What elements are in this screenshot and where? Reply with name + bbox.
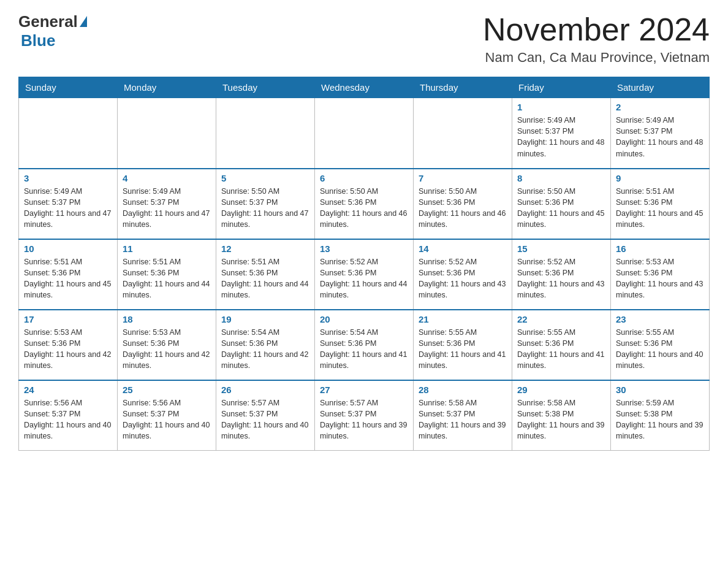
day-info: Sunrise: 5:58 AM Sunset: 5:38 PM Dayligh…	[517, 397, 605, 442]
main-title: November 2024	[483, 12, 710, 47]
day-info: Sunrise: 5:51 AM Sunset: 5:36 PM Dayligh…	[616, 186, 704, 231]
day-info: Sunrise: 5:49 AM Sunset: 5:37 PM Dayligh…	[24, 186, 112, 231]
table-row: 26Sunrise: 5:57 AM Sunset: 5:37 PM Dayli…	[216, 380, 315, 451]
day-number: 27	[320, 385, 408, 395]
table-row: 17Sunrise: 5:53 AM Sunset: 5:36 PM Dayli…	[19, 310, 118, 380]
table-row: 9Sunrise: 5:51 AM Sunset: 5:36 PM Daylig…	[611, 169, 710, 239]
day-info: Sunrise: 5:50 AM Sunset: 5:36 PM Dayligh…	[320, 186, 408, 231]
table-row: 6Sunrise: 5:50 AM Sunset: 5:36 PM Daylig…	[315, 169, 414, 239]
day-info: Sunrise: 5:50 AM Sunset: 5:36 PM Dayligh…	[419, 186, 507, 231]
header: General Blue November 2024 Nam Can, Ca M…	[18, 12, 710, 66]
calendar-week-row: 1Sunrise: 5:49 AM Sunset: 5:37 PM Daylig…	[19, 98, 710, 169]
calendar-week-row: 17Sunrise: 5:53 AM Sunset: 5:36 PM Dayli…	[19, 310, 710, 380]
day-number: 12	[221, 243, 309, 254]
day-number: 11	[123, 243, 211, 254]
table-row: 4Sunrise: 5:49 AM Sunset: 5:37 PM Daylig…	[118, 169, 216, 239]
calendar-week-row: 24Sunrise: 5:56 AM Sunset: 5:37 PM Dayli…	[19, 380, 710, 451]
table-row: 11Sunrise: 5:51 AM Sunset: 5:36 PM Dayli…	[118, 239, 216, 310]
day-info: Sunrise: 5:49 AM Sunset: 5:37 PM Dayligh…	[517, 115, 605, 159]
day-info: Sunrise: 5:59 AM Sunset: 5:38 PM Dayligh…	[616, 397, 704, 442]
table-row: 16Sunrise: 5:53 AM Sunset: 5:36 PM Dayli…	[611, 239, 710, 310]
table-row	[216, 98, 315, 169]
day-number: 22	[517, 314, 605, 324]
day-number: 19	[221, 314, 309, 324]
table-row: 15Sunrise: 5:52 AM Sunset: 5:36 PM Dayli…	[512, 239, 611, 310]
calendar-table: Sunday Monday Tuesday Wednesday Thursday…	[18, 77, 710, 451]
table-row: 20Sunrise: 5:54 AM Sunset: 5:36 PM Dayli…	[315, 310, 414, 380]
day-info: Sunrise: 5:50 AM Sunset: 5:36 PM Dayligh…	[517, 186, 605, 231]
subtitle: Nam Can, Ca Mau Province, Vietnam	[483, 50, 710, 66]
day-info: Sunrise: 5:55 AM Sunset: 5:36 PM Dayligh…	[419, 327, 507, 372]
table-row: 2Sunrise: 5:49 AM Sunset: 5:37 PM Daylig…	[611, 98, 710, 169]
table-row: 28Sunrise: 5:58 AM Sunset: 5:37 PM Dayli…	[414, 380, 512, 451]
table-row	[19, 98, 118, 169]
day-number: 4	[123, 173, 211, 183]
day-info: Sunrise: 5:52 AM Sunset: 5:36 PM Dayligh…	[320, 256, 408, 301]
table-row: 30Sunrise: 5:59 AM Sunset: 5:38 PM Dayli…	[611, 380, 710, 451]
day-number: 2	[616, 102, 704, 112]
day-info: Sunrise: 5:53 AM Sunset: 5:36 PM Dayligh…	[616, 256, 704, 301]
day-info: Sunrise: 5:51 AM Sunset: 5:36 PM Dayligh…	[24, 256, 112, 301]
header-tuesday: Tuesday	[216, 77, 315, 98]
header-thursday: Thursday	[414, 77, 512, 98]
day-info: Sunrise: 5:57 AM Sunset: 5:37 PM Dayligh…	[320, 397, 408, 442]
day-number: 29	[517, 385, 605, 395]
day-number: 10	[24, 243, 112, 254]
table-row	[118, 98, 216, 169]
calendar-week-row: 3Sunrise: 5:49 AM Sunset: 5:37 PM Daylig…	[19, 169, 710, 239]
table-row: 19Sunrise: 5:54 AM Sunset: 5:36 PM Dayli…	[216, 310, 315, 380]
logo-general-text: General	[18, 12, 78, 31]
calendar-header-row: Sunday Monday Tuesday Wednesday Thursday…	[19, 77, 710, 98]
logo-triangle-icon	[80, 16, 87, 27]
day-number: 26	[221, 385, 309, 395]
logo: General	[18, 12, 87, 31]
table-row	[414, 98, 512, 169]
table-row: 7Sunrise: 5:50 AM Sunset: 5:36 PM Daylig…	[414, 169, 512, 239]
table-row: 8Sunrise: 5:50 AM Sunset: 5:36 PM Daylig…	[512, 169, 611, 239]
day-info: Sunrise: 5:58 AM Sunset: 5:37 PM Dayligh…	[419, 397, 507, 442]
day-number: 23	[616, 314, 704, 324]
day-info: Sunrise: 5:56 AM Sunset: 5:37 PM Dayligh…	[24, 397, 112, 442]
table-row: 29Sunrise: 5:58 AM Sunset: 5:38 PM Dayli…	[512, 380, 611, 451]
table-row: 13Sunrise: 5:52 AM Sunset: 5:36 PM Dayli…	[315, 239, 414, 310]
day-info: Sunrise: 5:51 AM Sunset: 5:36 PM Dayligh…	[221, 256, 309, 301]
day-info: Sunrise: 5:51 AM Sunset: 5:36 PM Dayligh…	[123, 256, 211, 301]
day-number: 20	[320, 314, 408, 324]
day-info: Sunrise: 5:54 AM Sunset: 5:36 PM Dayligh…	[320, 327, 408, 372]
day-info: Sunrise: 5:52 AM Sunset: 5:36 PM Dayligh…	[419, 256, 507, 301]
table-row: 14Sunrise: 5:52 AM Sunset: 5:36 PM Dayli…	[414, 239, 512, 310]
day-number: 5	[221, 173, 309, 183]
day-number: 30	[616, 385, 704, 395]
day-number: 14	[419, 243, 507, 254]
header-wednesday: Wednesday	[315, 77, 414, 98]
day-number: 1	[517, 102, 605, 112]
table-row: 12Sunrise: 5:51 AM Sunset: 5:36 PM Dayli…	[216, 239, 315, 310]
day-number: 13	[320, 243, 408, 254]
header-saturday: Saturday	[611, 77, 710, 98]
day-info: Sunrise: 5:53 AM Sunset: 5:36 PM Dayligh…	[24, 327, 112, 372]
day-info: Sunrise: 5:50 AM Sunset: 5:37 PM Dayligh…	[221, 186, 309, 231]
day-info: Sunrise: 5:56 AM Sunset: 5:37 PM Dayligh…	[123, 397, 211, 442]
table-row: 22Sunrise: 5:55 AM Sunset: 5:36 PM Dayli…	[512, 310, 611, 380]
day-number: 3	[24, 173, 112, 183]
day-info: Sunrise: 5:55 AM Sunset: 5:36 PM Dayligh…	[616, 327, 704, 372]
day-number: 28	[419, 385, 507, 395]
day-info: Sunrise: 5:55 AM Sunset: 5:36 PM Dayligh…	[517, 327, 605, 372]
title-area: November 2024 Nam Can, Ca Mau Province, …	[483, 12, 710, 66]
logo-area: General Blue	[18, 12, 87, 50]
table-row: 21Sunrise: 5:55 AM Sunset: 5:36 PM Dayli…	[414, 310, 512, 380]
logo-blue-text: Blue	[21, 31, 55, 50]
day-number: 18	[123, 314, 211, 324]
day-info: Sunrise: 5:54 AM Sunset: 5:36 PM Dayligh…	[221, 327, 309, 372]
day-number: 7	[419, 173, 507, 183]
header-sunday: Sunday	[19, 77, 118, 98]
day-info: Sunrise: 5:52 AM Sunset: 5:36 PM Dayligh…	[517, 256, 605, 301]
day-number: 6	[320, 173, 408, 183]
header-friday: Friday	[512, 77, 611, 98]
calendar-week-row: 10Sunrise: 5:51 AM Sunset: 5:36 PM Dayli…	[19, 239, 710, 310]
day-info: Sunrise: 5:49 AM Sunset: 5:37 PM Dayligh…	[123, 186, 211, 231]
day-info: Sunrise: 5:57 AM Sunset: 5:37 PM Dayligh…	[221, 397, 309, 442]
table-row: 1Sunrise: 5:49 AM Sunset: 5:37 PM Daylig…	[512, 98, 611, 169]
table-row: 10Sunrise: 5:51 AM Sunset: 5:36 PM Dayli…	[19, 239, 118, 310]
day-number: 21	[419, 314, 507, 324]
